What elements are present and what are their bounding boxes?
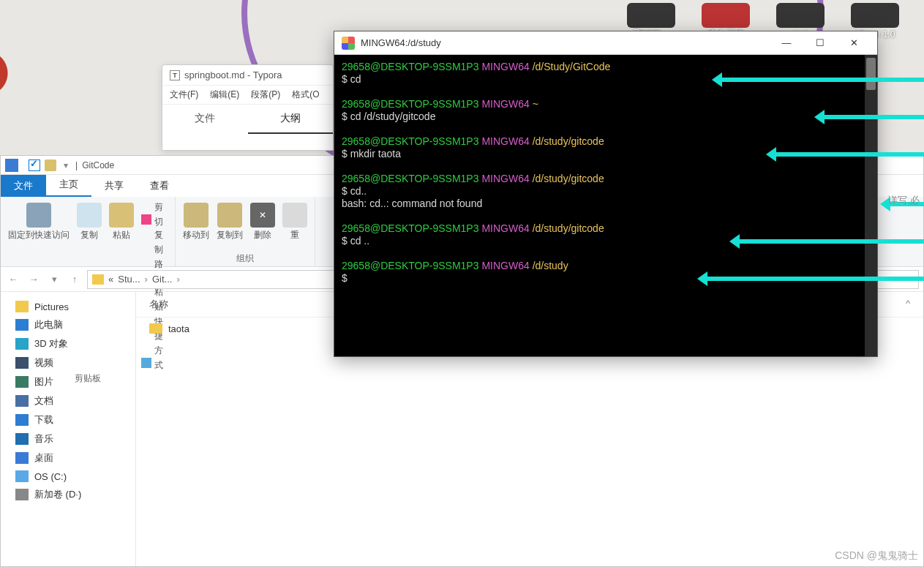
tree-node[interactable]: 桌面 [1, 448, 135, 468]
mingw-icon [342, 37, 355, 50]
terminal-line [342, 86, 870, 98]
annotation-arrow [732, 239, 924, 244]
side-annotation: 详写,必 [888, 194, 920, 207]
up-button[interactable]: ↑ [67, 271, 83, 288]
terminal-titlebar[interactable]: MINGW64:/d/study — ☐ ✕ [334, 31, 877, 55]
delete-button[interactable]: ✕删除 [250, 203, 275, 241]
nav-tree[interactable]: Pictures此电脑3D 对象视频图片文档下载音乐桌面OS (C:)新加卷 (… [1, 292, 136, 566]
tab-home[interactable]: 主页 [46, 173, 91, 197]
tab-share[interactable]: 共享 [91, 175, 137, 197]
typora-window[interactable]: T springboot.md - Typora 文件(F) 编辑(E) 段落(… [162, 64, 334, 151]
scroll-thumb[interactable] [866, 58, 876, 90]
tab-file[interactable]: 文件 [1, 175, 46, 197]
folder-icon [45, 159, 56, 171]
tab-outline[interactable]: 大纲 [248, 105, 334, 134]
folder-icon [149, 323, 162, 334]
tree-node[interactable]: 此电脑 [1, 315, 135, 334]
terminal-line: $ cd.. [342, 185, 870, 198]
tree-node[interactable]: 视频 [1, 353, 135, 372]
tree-node[interactable]: OS (C:) [1, 468, 135, 485]
forward-button[interactable]: → [26, 271, 42, 288]
recent-button[interactable]: ▾ [46, 271, 62, 288]
terminal-line: 29658@DESKTOP-9SSM1P3 MINGW64 /d/study/g… [342, 173, 870, 185]
terminal-line: 29658@DESKTOP-9SSM1P3 MINGW64 ~ [342, 98, 870, 110]
moveto-button[interactable]: 移动到 [183, 203, 209, 241]
explorer-icon [5, 159, 18, 172]
terminal-line: 29658@DESKTOP-9SSM1P3 MINGW64 /d/study/g… [342, 135, 870, 148]
terminal-line: 29658@DESKTOP-9SSM1P3 MINGW64 /d/Study/G… [342, 61, 870, 73]
typora-titlebar[interactable]: T springboot.md - Typora [162, 65, 333, 86]
copyto-button[interactable]: 复制到 [217, 203, 243, 241]
tab-view[interactable]: 查看 [137, 175, 182, 197]
minimize-button[interactable]: — [770, 32, 803, 54]
tree-node[interactable]: 3D 对象 [1, 334, 135, 353]
terminal-window[interactable]: MINGW64:/d/study — ☐ ✕ 29658@DESKTOP-9SS… [334, 31, 878, 357]
quick-check-icon[interactable] [29, 159, 40, 171]
tree-node[interactable]: Pictures [1, 298, 135, 315]
desktop-background: Adobe 应立 2103 有 子幼English 子幼Java 游戏 jdk … [0, 0, 924, 567]
dropdown-icon[interactable]: ▾ [64, 160, 68, 170]
terminal-line: 29658@DESKTOP-9SSM1P3 MINGW64 /d/study [342, 260, 870, 272]
close-button[interactable]: ✕ [838, 32, 870, 54]
menu-format[interactable]: 格式(O [292, 89, 319, 101]
folder-icon [92, 274, 104, 285]
terminal-line [342, 247, 870, 260]
annotation-arrow [715, 78, 924, 82]
terminal-line: 29658@DESKTOP-9SSM1P3 MINGW64 /d/study/g… [342, 222, 870, 235]
watermark: CSDN @鬼鬼骑士 [835, 549, 918, 563]
terminal-line [342, 160, 870, 173]
tab-file[interactable]: 文件 [162, 105, 248, 134]
menu-file[interactable]: 文件(F) [170, 89, 198, 101]
rename-button[interactable]: 重 [282, 203, 307, 241]
menu-paragraph[interactable]: 段落(P) [251, 89, 280, 101]
annotation-arrow [817, 115, 924, 119]
terminal-line [342, 210, 870, 222]
terminal-line: $ cd /d/study/gitcode [342, 110, 870, 123]
menu-edit[interactable]: 编辑(E) [210, 89, 239, 101]
terminal-title: MINGW64:/d/study [361, 37, 441, 48]
tree-node[interactable]: 文档 [1, 391, 135, 410]
back-button[interactable]: ← [5, 271, 21, 288]
maximize-button[interactable]: ☐ [804, 32, 836, 54]
explorer-title: GitCode [82, 160, 114, 170]
terminal-body[interactable]: 29658@DESKTOP-9SSM1P3 MINGW64 /d/Study/G… [334, 55, 877, 356]
tree-node[interactable]: 下载 [1, 410, 135, 429]
annotation-arrow [700, 277, 924, 281]
typora-menubar[interactable]: 文件(F) 编辑(E) 段落(P) 格式(O [162, 86, 333, 105]
tree-node[interactable]: 音乐 [1, 429, 135, 448]
typora-icon: T [170, 70, 180, 80]
annotation-arrow [769, 152, 924, 157]
terminal-line [342, 123, 870, 135]
tree-node[interactable]: 新加卷 (D·) [1, 485, 135, 504]
tree-node[interactable]: 图片 [1, 372, 135, 391]
typora-title: springboot.md - Typora [184, 70, 282, 80]
terminal-line: bash: cd..: command not found [342, 198, 870, 210]
typora-sidebar-tabs[interactable]: 文件 大纲 [162, 105, 333, 134]
